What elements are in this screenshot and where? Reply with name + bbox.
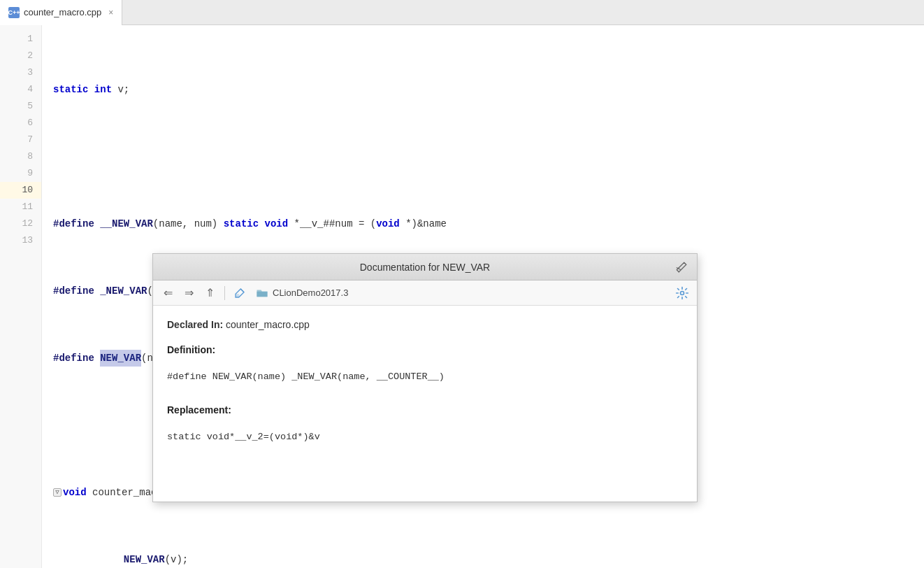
code-token: (v);	[165, 551, 189, 568]
doc-popup: Documentation for NEW_VAR ⇐ ⇒ ⇑	[152, 253, 698, 502]
project-folder-icon	[256, 287, 268, 299]
line-num-7: 7	[0, 132, 41, 148]
code-line-8: NEW_VAR(v);	[53, 551, 924, 568]
gear-icon	[675, 286, 689, 300]
code-token: #define	[53, 350, 94, 367]
line-num-11: 11	[0, 199, 41, 215]
line-num-12: 12	[0, 215, 41, 232]
code-token: NEW_VAR	[124, 551, 165, 568]
doc-settings-button[interactable]	[673, 284, 691, 302]
code-token: static	[53, 81, 88, 98]
code-token: __NEW_VAR	[100, 215, 153, 232]
doc-definition-code: #define NEW_VAR(name) _NEW_VAR(name, __C…	[167, 369, 683, 385]
svg-point-1	[681, 291, 684, 294]
line-num-10: 10	[0, 182, 41, 199]
doc-project-name: CLionDemo2017.3	[273, 287, 348, 298]
code-token: #define	[53, 215, 94, 232]
tab-close-button[interactable]: ×	[108, 8, 113, 17]
code-token: _NEW_VAR	[100, 283, 147, 299]
code-token: #define	[53, 283, 94, 299]
edit-icon	[234, 287, 245, 299]
code-token: (name, num)	[153, 215, 217, 232]
pin-icon	[675, 261, 688, 274]
doc-replacement-code: static void*__v_2=(void*)&v	[167, 429, 683, 445]
doc-declared-value: counter_macro.cpp	[226, 319, 310, 330]
doc-project-info: CLionDemo2017.3	[256, 287, 348, 299]
code-token: int	[94, 81, 112, 98]
code-line-3: #define __NEW_VAR(name, num) static void…	[53, 215, 924, 232]
code-token: void	[265, 215, 289, 232]
code-token: void	[376, 215, 400, 232]
line-num-3: 3	[0, 64, 41, 81]
doc-forward-button[interactable]: ⇒	[180, 284, 198, 302]
tab-filename: counter_macro.cpp	[24, 7, 101, 17]
code-token: void	[63, 484, 87, 501]
code-token: *)&name	[405, 215, 447, 232]
line-num-4: 4	[0, 81, 41, 98]
doc-declared-in: Declared In: counter_macro.cpp	[167, 317, 683, 332]
doc-toolbar-separator	[224, 286, 225, 300]
code-line-1: static int v;	[53, 81, 924, 98]
editor-container: C++ counter_macro.cpp × 1 2 3 4 5 6 7 8 …	[0, 0, 924, 568]
line-num-6: 6	[0, 115, 41, 132]
doc-title-bar: Documentation for NEW_VAR	[153, 254, 697, 281]
tab-bar: C++ counter_macro.cpp ×	[0, 0, 924, 25]
doc-declared-label: Declared In:	[167, 319, 223, 330]
doc-title: Documentation for NEW_VAR	[177, 262, 673, 273]
line-num-9: 9	[0, 165, 41, 182]
code-token: static	[224, 215, 259, 232]
code-line-2	[53, 148, 924, 165]
editor-tab[interactable]: C++ counter_macro.cpp ×	[0, 0, 122, 25]
line-num-5: 5	[0, 98, 41, 115]
cpp-icon: C++	[8, 7, 20, 18]
doc-toolbar: ⇐ ⇒ ⇑	[153, 281, 697, 306]
line-num-13: 13	[0, 232, 41, 249]
doc-up-button[interactable]: ⇑	[201, 284, 219, 302]
line-num-8: 8	[0, 148, 41, 165]
line-num-1: 1	[0, 31, 41, 48]
doc-definition-title: Definition:	[167, 342, 683, 357]
doc-pin-button[interactable]	[673, 259, 690, 276]
line-num-2: 2	[0, 48, 41, 64]
code-token: *__v_##num = (	[294, 215, 377, 232]
doc-replacement-title: Replacement:	[167, 402, 683, 418]
fold-icon-7[interactable]: ▽	[53, 488, 62, 497]
doc-body: Declared In: counter_macro.cpp Definitio…	[153, 306, 697, 502]
line-numbers: 1 2 3 4 5 6 7 8 9 10 11 12 13	[0, 25, 42, 568]
code-token: NEW_VAR	[100, 350, 141, 367]
doc-back-button[interactable]: ⇐	[159, 284, 177, 302]
doc-edit-button[interactable]	[231, 284, 249, 302]
code-token: v;	[117, 81, 129, 98]
